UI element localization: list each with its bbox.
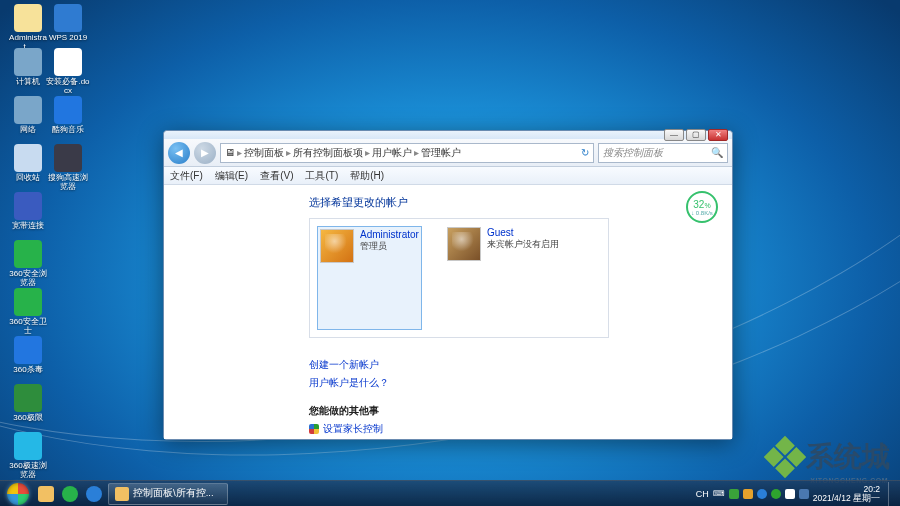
other-links: 设置家长控制 转到主“用户帐户”页面 (309, 422, 732, 439)
browser-icon (62, 486, 78, 502)
tray-ime-icon[interactable]: ⌨ (713, 489, 725, 498)
desktop-icon[interactable]: 计算机 (6, 48, 50, 87)
app-icon (14, 336, 42, 364)
search-input[interactable]: 搜索控制面板 🔍 (598, 143, 728, 163)
account-guest[interactable]: Guest 来宾帐户没有启用 (447, 227, 559, 329)
speed-badge[interactable]: 32% ↓ 0.8K/s (686, 191, 718, 223)
desktop-icon[interactable]: 酷狗音乐 (46, 96, 90, 135)
app-icon (14, 144, 42, 172)
back-button[interactable]: ◀ (168, 142, 190, 164)
taskbar-clock[interactable]: 20:2 2021/4/12 星期一 (813, 485, 884, 503)
account-name: Administrator (360, 229, 419, 240)
desktop-icon[interactable]: Administrat... (6, 4, 50, 52)
app-icon (115, 487, 129, 501)
desktop-icon[interactable]: 回收站 (6, 144, 50, 183)
icon-label: 360杀毒 (6, 366, 50, 375)
app-icon (54, 96, 82, 124)
content-area: 32% ↓ 0.8K/s 选择希望更改的帐户 Administrator 管理员… (164, 185, 732, 439)
breadcrumb[interactable]: 🖥 ▸ 控制面板 ▸ 所有控制面板项 ▸ 用户帐户 ▸ 管理帐户 ↻ (220, 143, 594, 163)
app-icon (14, 192, 42, 220)
account-role: 来宾帐户没有启用 (487, 238, 559, 251)
taskbar-app-button[interactable]: 控制面板\所有控... (108, 483, 228, 505)
desktop-icon[interactable]: 360安全卫士 (6, 288, 50, 336)
tray-icon[interactable] (757, 489, 767, 499)
icon-label: 360极速浏览器 (6, 462, 50, 480)
tray-volume-icon[interactable] (785, 489, 795, 499)
icon-label: 360极限 (6, 414, 50, 423)
breadcrumb-item[interactable]: 用户帐户 (372, 146, 412, 160)
search-placeholder: 搜索控制面板 (603, 146, 663, 160)
icon-label: 360安全卫士 (6, 318, 50, 336)
app-icon (14, 96, 42, 124)
account-administrator[interactable]: Administrator 管理员 (318, 227, 421, 329)
nav-toolbar: ◀ ▶ 🖥 ▸ 控制面板 ▸ 所有控制面板项 ▸ 用户帐户 ▸ 管理帐户 ↻ 搜… (164, 139, 732, 167)
tray-ime[interactable]: CH (696, 489, 709, 499)
taskbar: 控制面板\所有控... CH ⌨ 20:2 2021/4/12 星期一 (0, 480, 900, 506)
icon-label: 宽带连接 (6, 222, 50, 231)
app-icon (14, 288, 42, 316)
tray-icon[interactable] (771, 489, 781, 499)
desktop-icon[interactable]: 搜狗高速浏览器 (46, 144, 90, 192)
page-heading: 选择希望更改的帐户 (309, 195, 732, 210)
minimize-button[interactable]: — (664, 129, 684, 141)
icon-label: WPS 2019 (46, 34, 90, 43)
app-icon (54, 4, 82, 32)
link-create-account[interactable]: 创建一个新帐户 (309, 358, 732, 372)
icon-label: 360安全浏览器 (6, 270, 50, 288)
pinned-browser-360[interactable] (58, 482, 82, 506)
tray-network-icon[interactable] (799, 489, 809, 499)
menu-tools[interactable]: 工具(T) (305, 169, 338, 183)
pinned-kugou[interactable] (82, 482, 106, 506)
pinned-explorer[interactable] (34, 482, 58, 506)
desktop-icon[interactable]: 安装必备.docx (46, 48, 90, 96)
menu-edit[interactable]: 编辑(E) (215, 169, 248, 183)
icon-label: 回收站 (6, 174, 50, 183)
desktop-icon[interactable]: 360安全浏览器 (6, 240, 50, 288)
app-icon (14, 432, 42, 460)
icon-label: 安装必备.docx (46, 78, 90, 96)
avatar (447, 227, 481, 261)
taskbar-app-title: 控制面板\所有控... (133, 487, 214, 500)
link-what-is-account[interactable]: 用户帐户是什么？ (309, 376, 732, 390)
breadcrumb-icon: 🖥 (225, 147, 235, 158)
account-name: Guest (487, 227, 559, 238)
app-icon (14, 384, 42, 412)
close-button[interactable]: ✕ (708, 129, 728, 141)
breadcrumb-item[interactable]: 管理帐户 (421, 146, 461, 160)
other-heading: 您能做的其他事 (309, 404, 732, 418)
app-icon (54, 48, 82, 76)
shield-icon (309, 424, 319, 434)
tray-icon[interactable] (729, 489, 739, 499)
menu-view[interactable]: 查看(V) (260, 169, 293, 183)
desktop-icon[interactable]: WPS 2019 (46, 4, 90, 43)
breadcrumb-item[interactable]: 所有控制面板项 (293, 146, 363, 160)
app-icon (14, 4, 42, 32)
link-parental-controls[interactable]: 设置家长控制 (309, 422, 732, 436)
app-icon (14, 48, 42, 76)
desktop-icon[interactable]: 宽带连接 (6, 192, 50, 231)
titlebar: — ▢ ✕ (164, 131, 732, 139)
menu-file[interactable]: 文件(F) (170, 169, 203, 183)
show-desktop-button[interactable] (888, 482, 896, 506)
forward-button[interactable]: ▶ (194, 142, 216, 164)
desktop-icon[interactable]: 360极速浏览器 (6, 432, 50, 480)
avatar (320, 229, 354, 263)
system-tray: CH ⌨ 20:2 2021/4/12 星期一 (696, 482, 898, 506)
menu-help[interactable]: 帮助(H) (350, 169, 384, 183)
account-role: 管理员 (360, 240, 419, 253)
desktop-icon[interactable]: 网络 (6, 96, 50, 135)
icon-label: 搜狗高速浏览器 (46, 174, 90, 192)
maximize-button[interactable]: ▢ (686, 129, 706, 141)
tray-icon[interactable] (743, 489, 753, 499)
app-icon (54, 144, 82, 172)
menu-bar: 文件(F) 编辑(E) 查看(V) 工具(T) 帮助(H) (164, 167, 732, 185)
breadcrumb-item[interactable]: 控制面板 (244, 146, 284, 160)
search-icon[interactable]: 🔍 (711, 147, 723, 158)
folder-icon (38, 486, 54, 502)
desktop-icon[interactable]: 360极限 (6, 384, 50, 423)
icon-label: 酷狗音乐 (46, 126, 90, 135)
start-button[interactable] (2, 482, 34, 506)
desktop-icon[interactable]: 360杀毒 (6, 336, 50, 375)
accounts-box: Administrator 管理员 Guest 来宾帐户没有启用 (309, 218, 609, 338)
refresh-icon[interactable]: ↻ (581, 147, 589, 158)
